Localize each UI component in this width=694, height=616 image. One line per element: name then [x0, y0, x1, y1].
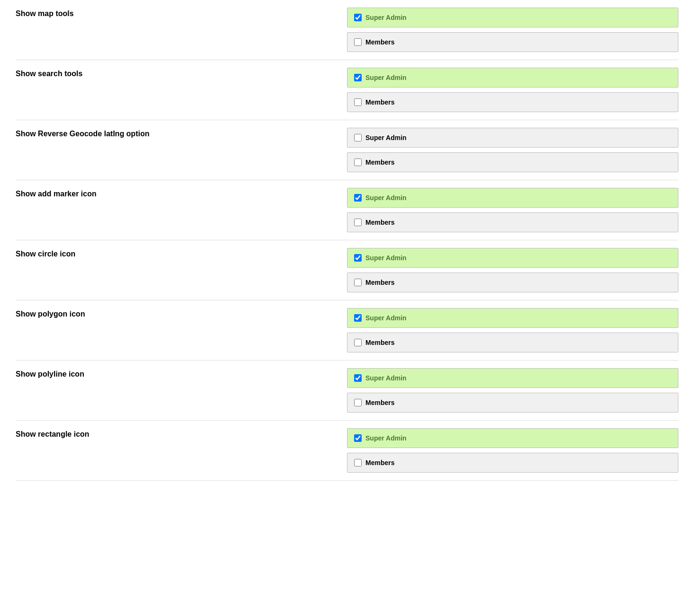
- settings-row-show-map-tools: Show map toolsSuper AdminMembers: [16, 0, 678, 60]
- members-row-show-rectangle-icon: Members: [347, 453, 678, 473]
- page-wrapper: Show map toolsSuper AdminMembersShow sea…: [6, 0, 688, 481]
- members-label-show-reverse-geocode[interactable]: Members: [365, 158, 394, 166]
- label-show-search-tools: Show search tools: [16, 68, 347, 78]
- members-row-show-polygon-icon: Members: [347, 333, 678, 352]
- members-checkbox-show-polygon-icon[interactable]: [354, 339, 362, 346]
- controls-show-add-marker-icon: Super AdminMembers: [347, 188, 678, 232]
- super-admin-checkbox-show-circle-icon[interactable]: [354, 254, 362, 262]
- members-label-show-rectangle-icon[interactable]: Members: [365, 459, 394, 466]
- label-show-rectangle-icon: Show rectangle icon: [16, 428, 347, 439]
- settings-row-show-search-tools: Show search toolsSuper AdminMembers: [16, 60, 678, 120]
- settings-row-show-polygon-icon: Show polygon iconSuper AdminMembers: [16, 300, 678, 361]
- members-label-show-search-tools[interactable]: Members: [365, 98, 394, 106]
- members-label-show-add-marker-icon[interactable]: Members: [365, 219, 394, 226]
- super-admin-row-show-polygon-icon: Super Admin: [347, 308, 678, 328]
- members-checkbox-show-rectangle-icon[interactable]: [354, 459, 362, 466]
- heading-show-polygon-icon: Show polygon icon: [16, 310, 338, 318]
- super-admin-row-show-map-tools: Super Admin: [347, 8, 678, 27]
- label-show-circle-icon: Show circle icon: [16, 248, 347, 258]
- members-label-show-map-tools[interactable]: Members: [365, 38, 394, 46]
- super-admin-row-show-polyline-icon: Super Admin: [347, 368, 678, 388]
- super-admin-label-show-reverse-geocode[interactable]: Super Admin: [365, 134, 407, 141]
- settings-row-show-rectangle-icon: Show rectangle iconSuper AdminMembers: [16, 421, 678, 481]
- heading-show-add-marker-icon: Show add marker icon: [16, 190, 338, 198]
- members-row-show-reverse-geocode: Members: [347, 152, 678, 172]
- super-admin-label-show-map-tools[interactable]: Super Admin: [365, 14, 407, 21]
- heading-show-map-tools: Show map tools: [16, 9, 338, 18]
- super-admin-row-show-reverse-geocode: Super Admin: [347, 128, 678, 148]
- super-admin-label-show-circle-icon[interactable]: Super Admin: [365, 254, 407, 262]
- label-show-reverse-geocode: Show Reverse Geocode latIng option: [16, 128, 347, 138]
- super-admin-checkbox-show-polyline-icon[interactable]: [354, 374, 362, 382]
- members-label-show-polyline-icon[interactable]: Members: [365, 399, 394, 406]
- members-row-show-search-tools: Members: [347, 92, 678, 112]
- super-admin-checkbox-show-add-marker-icon[interactable]: [354, 194, 362, 202]
- label-show-polyline-icon: Show polyline icon: [16, 368, 347, 378]
- super-admin-label-show-rectangle-icon[interactable]: Super Admin: [365, 434, 407, 442]
- super-admin-label-show-polygon-icon[interactable]: Super Admin: [365, 314, 407, 322]
- super-admin-checkbox-show-map-tools[interactable]: [354, 14, 362, 21]
- heading-show-search-tools: Show search tools: [16, 70, 338, 78]
- controls-show-map-tools: Super AdminMembers: [347, 8, 678, 52]
- controls-show-polyline-icon: Super AdminMembers: [347, 368, 678, 413]
- label-show-map-tools: Show map tools: [16, 8, 347, 18]
- super-admin-row-show-circle-icon: Super Admin: [347, 248, 678, 268]
- members-label-show-polygon-icon[interactable]: Members: [365, 339, 394, 346]
- controls-show-search-tools: Super AdminMembers: [347, 68, 678, 112]
- members-checkbox-show-search-tools[interactable]: [354, 98, 362, 106]
- label-show-add-marker-icon: Show add marker icon: [16, 188, 347, 198]
- members-checkbox-show-add-marker-icon[interactable]: [354, 219, 362, 226]
- members-checkbox-show-map-tools[interactable]: [354, 38, 362, 46]
- super-admin-checkbox-show-rectangle-icon[interactable]: [354, 434, 362, 442]
- members-row-show-map-tools: Members: [347, 32, 678, 52]
- members-checkbox-show-circle-icon[interactable]: [354, 279, 362, 286]
- super-admin-row-show-search-tools: Super Admin: [347, 68, 678, 88]
- label-show-polygon-icon: Show polygon icon: [16, 308, 347, 318]
- members-row-show-polyline-icon: Members: [347, 393, 678, 413]
- controls-show-reverse-geocode: Super AdminMembers: [347, 128, 678, 172]
- heading-show-reverse-geocode: Show Reverse Geocode latIng option: [16, 130, 338, 138]
- members-row-show-circle-icon: Members: [347, 273, 678, 292]
- super-admin-label-show-polyline-icon[interactable]: Super Admin: [365, 374, 407, 382]
- members-row-show-add-marker-icon: Members: [347, 212, 678, 232]
- settings-table: Show map toolsSuper AdminMembersShow sea…: [16, 0, 678, 481]
- super-admin-row-show-add-marker-icon: Super Admin: [347, 188, 678, 208]
- super-admin-label-show-add-marker-icon[interactable]: Super Admin: [365, 194, 407, 202]
- controls-show-rectangle-icon: Super AdminMembers: [347, 428, 678, 473]
- super-admin-checkbox-show-reverse-geocode[interactable]: [354, 134, 362, 141]
- super-admin-checkbox-show-search-tools[interactable]: [354, 74, 362, 81]
- settings-row-show-reverse-geocode: Show Reverse Geocode latIng optionSuper …: [16, 120, 678, 180]
- controls-show-circle-icon: Super AdminMembers: [347, 248, 678, 292]
- settings-row-show-add-marker-icon: Show add marker iconSuper AdminMembers: [16, 180, 678, 240]
- heading-show-rectangle-icon: Show rectangle icon: [16, 430, 338, 439]
- heading-show-circle-icon: Show circle icon: [16, 250, 338, 258]
- heading-show-polyline-icon: Show polyline icon: [16, 370, 338, 378]
- settings-row-show-circle-icon: Show circle iconSuper AdminMembers: [16, 240, 678, 300]
- controls-show-polygon-icon: Super AdminMembers: [347, 308, 678, 352]
- members-checkbox-show-reverse-geocode[interactable]: [354, 158, 362, 166]
- members-checkbox-show-polyline-icon[interactable]: [354, 399, 362, 406]
- settings-row-show-polyline-icon: Show polyline iconSuper AdminMembers: [16, 361, 678, 421]
- members-label-show-circle-icon[interactable]: Members: [365, 279, 394, 286]
- super-admin-row-show-rectangle-icon: Super Admin: [347, 428, 678, 448]
- super-admin-label-show-search-tools[interactable]: Super Admin: [365, 74, 407, 81]
- super-admin-checkbox-show-polygon-icon[interactable]: [354, 314, 362, 322]
